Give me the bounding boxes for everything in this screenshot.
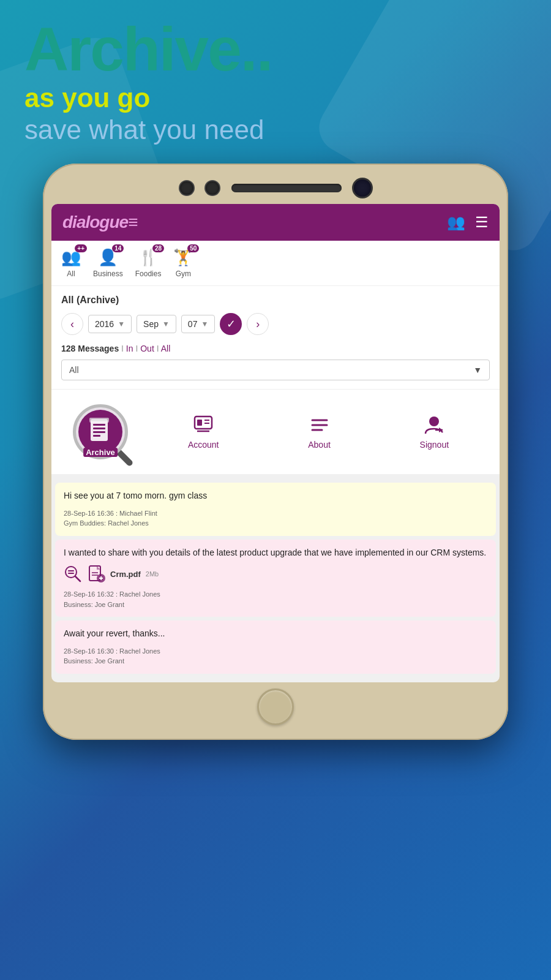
year-arrow: ▼ [118,320,125,328]
svg-rect-3 [93,431,105,433]
header-section: Archive.. as you go save what you need [0,0,551,151]
svg-rect-6 [89,418,109,421]
message-text-1: Hi see you at 7 tomo morn. gym class [64,490,487,502]
filter-all[interactable]: All [161,344,171,353]
phone-screen: dialogue≡ 👥 ☰ 👥 ++ All [51,204,500,682]
phone-top-bar [51,175,500,204]
month-select[interactable]: Sep ▼ [137,315,176,333]
account-label: Account [188,440,219,450]
nav-account[interactable]: Account [188,414,219,450]
filter-out[interactable]: Out [140,344,154,353]
camera-left-icon [180,181,193,195]
message-meta-2: 28-Sep-16 16:32 : Rachel Jones Business:… [64,589,487,609]
archive-title: All (Archive) [61,295,490,306]
group-foodies-label: Foodies [135,270,162,278]
account-icon [192,414,214,436]
nav-items: Account About [143,414,493,450]
archive-section: All (Archive) ‹ 2016 ▼ Sep ▼ 07 ▼ [51,286,500,389]
phone-wrapper: dialogue≡ 👥 ☰ 👥 ++ All [0,164,551,740]
year-value: 2016 [95,319,114,329]
speaker-icon [231,184,342,192]
message-card-1[interactable]: Hi see you at 7 tomo morn. gym class 28-… [55,483,496,536]
logo-special: ≡ [128,213,137,232]
svg-line-18 [75,576,80,581]
group-all-label: All [67,270,75,278]
signout-icon [423,414,445,436]
attachment-name: Crm.pdf [110,570,141,579]
logo-text: dialogue [62,213,128,232]
app-header: dialogue≡ 👥 ☰ [51,204,500,241]
bottom-nav: Archive Account [51,389,500,474]
year-select[interactable]: 2016 ▼ [88,315,132,333]
about-label: About [308,440,331,450]
nav-signout[interactable]: Signout [420,414,449,450]
month-arrow: ▼ [162,320,170,328]
svg-rect-2 [93,428,105,429]
message-card-3[interactable]: Await your revert, thanks... 28-Sep-16 1… [55,620,496,674]
group-gym-badge: 50 [187,244,199,252]
message-card-2[interactable]: I wanted to share with you details of th… [55,540,496,617]
group-all[interactable]: 👥 ++ All [61,248,81,278]
messages-count: 128 Messages I In I Out I All [61,344,490,353]
msg-sep-1: I [121,344,126,353]
group-business-icon-wrap: 👤 14 [98,248,118,267]
filter-arrow: ▼ [473,365,482,375]
message-text-3: Await your revert, thanks... [64,628,487,640]
group-business-badge: 14 [112,244,124,252]
main-title: Archive.. [24,18,527,80]
group-foodies[interactable]: 🍴 28 Foodies [135,248,162,278]
group-all-badge: ++ [75,244,87,252]
subtitle-2: save what you need [24,115,527,145]
app-logo: dialogue≡ [62,213,137,232]
nav-about[interactable]: About [308,414,331,450]
home-button[interactable] [257,688,294,725]
svg-rect-8 [197,420,202,426]
group-foodies-badge: 28 [152,244,164,252]
front-camera-icon [354,179,371,197]
svg-rect-4 [93,435,100,437]
message-text-2: I wanted to share with you details of th… [64,547,487,559]
filter-dropdown[interactable]: All ▼ [61,360,490,380]
day-select[interactable]: 07 ▼ [181,315,215,333]
subtitle-1: as you go [24,83,527,113]
camera-right-icon [206,181,219,195]
date-selector: ‹ 2016 ▼ Sep ▼ 07 ▼ ✓ › [61,313,490,335]
group-business[interactable]: 👤 14 Business [93,248,123,278]
attachment-row: Crm.pdf 2Mb [64,565,487,583]
menu-icon[interactable]: ☰ [475,214,489,231]
filter-value: All [69,365,79,375]
attachment-size: 2Mb [146,570,159,578]
message-count-value: 128 Messages [61,344,119,353]
group-business-label: Business [93,270,123,278]
prev-date-button[interactable]: ‹ [61,313,83,335]
group-gym-icon-wrap: 🏋 50 [173,248,193,267]
svg-rect-19 [68,570,74,571]
svg-point-15 [429,417,439,426]
archive-inner-label: Archive [83,448,118,457]
group-foodies-icon-wrap: 🍴 28 [138,248,158,267]
group-gym[interactable]: 🏋 50 Gym [173,248,193,278]
confirm-date-button[interactable]: ✓ [220,313,242,335]
day-value: 07 [188,319,198,329]
messages-list: Hi see you at 7 tomo morn. gym class 28-… [51,474,500,682]
archive-file-icon [88,418,113,446]
message-meta-3: 28-Sep-16 16:30 : Rachel Jones Business:… [64,646,487,666]
users-icon[interactable]: 👥 [447,214,465,231]
attachment-search-icon [64,565,82,583]
about-icon [309,414,331,436]
phone-device: dialogue≡ 👥 ☰ 👥 ++ All [43,164,508,740]
svg-rect-1 [93,424,105,426]
day-arrow: ▼ [201,320,208,328]
group-all-icon-wrap: 👥 ++ [61,248,81,267]
signout-label: Signout [420,440,449,450]
archive-logo-wrap: Archive [58,398,143,466]
svg-rect-20 [68,573,74,574]
phone-bottom [51,682,500,729]
group-gym-label: Gym [176,270,191,278]
groups-bar: 👥 ++ All 👤 14 Business 🍴 28 [51,241,500,286]
month-value: Sep [143,319,159,329]
header-icons: 👥 ☰ [447,214,489,231]
next-date-button[interactable]: › [247,313,269,335]
attachment-file-icon [87,565,105,583]
filter-in[interactable]: In [126,344,133,353]
